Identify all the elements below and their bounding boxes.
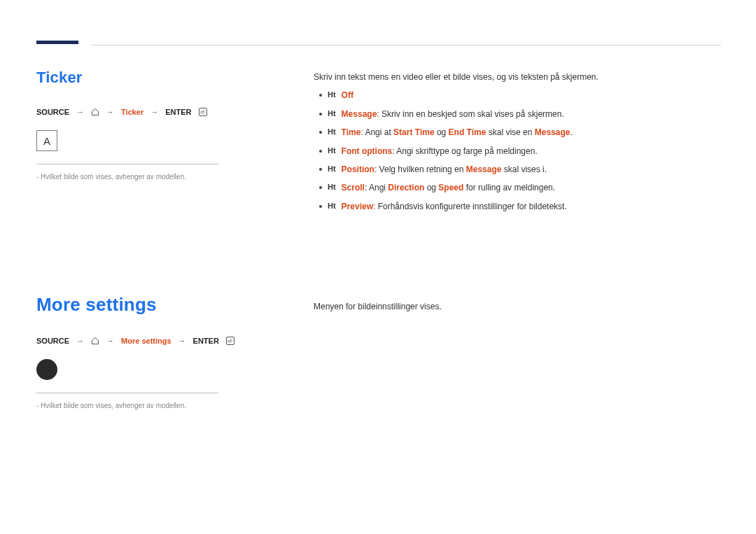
more-breadcrumb: SOURCE → → More settings → ENTER ⏎ (36, 337, 274, 345)
bullet-icon (319, 94, 322, 97)
arrow-icon: → (106, 108, 114, 116)
item-prefix: Ht (328, 162, 336, 176)
item-off: Off (342, 90, 354, 100)
item-prefix: Ht (328, 144, 336, 157)
list-item: Ht Preview: Forhåndsvis konfigurerte inn… (314, 199, 721, 213)
message-label: Message (342, 109, 377, 119)
breadcrumb-source: SOURCE (36, 337, 69, 345)
ticker-thumbnail: A (36, 130, 57, 151)
bullet-icon (319, 150, 322, 153)
more-title: More settings (36, 294, 274, 316)
scroll-speed: Speed (438, 183, 463, 192)
separator-line (36, 164, 218, 164)
accent-bar (36, 41, 78, 44)
more-body: Menyen for bildeinnstillinger vises. (314, 300, 721, 314)
time-label: Time (342, 127, 361, 137)
time-end: End Time (449, 127, 486, 137)
pos-msg: Message (466, 164, 502, 174)
ticker-intro: Skriv inn tekst mens en video eller et b… (314, 70, 721, 84)
pos-pre: : Velg hvilken retning en (374, 164, 466, 174)
separator-line (36, 393, 218, 393)
section-ticker-left: Ticker SOURCE → → Ticker → ENTER ⏎ A - H… (36, 69, 274, 181)
item-prefix: Ht (328, 107, 336, 120)
section-more-right: Menyen for bildeinnstillinger vises. (314, 300, 721, 314)
home-icon (91, 337, 99, 345)
list-item: Ht Position: Velg hvilken retning en Mes… (314, 162, 721, 176)
bullet-icon (319, 186, 322, 189)
time-pre: : Angi at (360, 127, 393, 137)
bullet-icon (319, 131, 322, 134)
preview-text: : Forhåndsvis konfigurerte innstillinger… (373, 202, 567, 211)
more-thumbnail (36, 359, 57, 380)
message-text: : Skriv inn en beskjed som skal vises på… (377, 109, 564, 119)
breadcrumb-enter: ENTER (193, 337, 219, 345)
arrow-icon: → (76, 337, 84, 345)
arrow-icon: → (150, 108, 158, 116)
scroll-post: for rulling av meldingen. (463, 183, 555, 192)
enter-icon: ⏎ (199, 108, 207, 116)
pos-label: Position (342, 164, 374, 174)
section-more-left: More settings SOURCE → → More settings →… (36, 294, 274, 409)
ticker-note: - Hvilket bilde som vises, avhenger av m… (36, 173, 274, 181)
breadcrumb-enter: ENTER (165, 108, 191, 116)
time-post: skal vise en (486, 127, 534, 137)
breadcrumb-more: More settings (121, 337, 172, 345)
item-prefix: Ht (328, 88, 336, 101)
item-prefix: Ht (328, 181, 336, 194)
arrow-icon: → (76, 108, 84, 116)
font-text: : Angi skrifttype og farge på meldingen. (392, 146, 537, 156)
preview-label: Preview (342, 202, 373, 211)
list-item: Ht Off (314, 88, 721, 102)
list-item: Ht Scroll: Angi Direction og Speed for r… (314, 181, 721, 195)
arrow-icon: → (106, 337, 114, 345)
top-rule (91, 45, 721, 45)
bullet-icon (319, 113, 322, 115)
scroll-label: Scroll (342, 183, 365, 192)
time-start: Start Time (393, 127, 434, 137)
item-prefix: Ht (328, 199, 336, 213)
scroll-dir: Direction (388, 183, 424, 192)
list-item: Ht Time: Angi at Start Time og End Time … (314, 125, 721, 139)
breadcrumb-source: SOURCE (36, 108, 69, 116)
ticker-title: Ticker (36, 69, 274, 87)
section-ticker-right: Skriv inn tekst mens en video eller et b… (314, 70, 721, 213)
list-item: Ht Font options: Angi skrifttype og farg… (314, 144, 721, 158)
time-og: og (435, 127, 449, 137)
breadcrumb-ticker: Ticker (121, 108, 144, 116)
item-prefix: Ht (328, 125, 336, 139)
arrow-icon: → (178, 337, 186, 345)
more-note: - Hvilket bilde som vises, avhenger av m… (36, 402, 274, 409)
enter-icon: ⏎ (226, 337, 234, 345)
scroll-pre: : Angi (365, 183, 388, 192)
thumb-letter: A (43, 135, 50, 147)
font-label: Font options (342, 146, 393, 156)
bullet-icon (319, 168, 322, 171)
list-item: Ht Message: Skriv inn en beskjed som ska… (314, 107, 721, 121)
pos-post: skal vises i. (501, 164, 547, 174)
scroll-og: og (424, 183, 438, 192)
home-icon (91, 108, 99, 116)
bullet-icon (319, 205, 322, 208)
time-msg: Message (535, 127, 570, 137)
ticker-breadcrumb: SOURCE → → Ticker → ENTER ⏎ (36, 108, 274, 116)
